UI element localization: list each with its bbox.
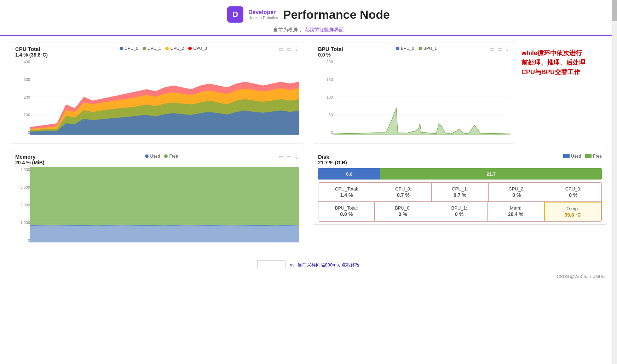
- bpu-zoom-icon[interactable]: ▭: [490, 46, 495, 52]
- mem-download-icon[interactable]: ⇓: [294, 154, 299, 160]
- mem-used-label: Used: [150, 154, 160, 159]
- stat-mem: Mem: 20.4 %: [488, 202, 544, 221]
- scrollbar-track[interactable]: [612, 0, 617, 364]
- bpu-title-block: BPU Total 0.0 %: [318, 46, 343, 58]
- stat-cpu3-label: CPU_3:: [565, 186, 582, 192]
- bpu-panel-icons[interactable]: ▭ ▭ ⇓: [490, 46, 510, 52]
- cpu-yaxis: 400 300 200 100 0: [15, 59, 30, 140]
- cpu-y0: 0: [15, 130, 30, 135]
- svg-rect-13: [30, 167, 299, 225]
- brand-sub: Horizon Robotics: [248, 16, 278, 20]
- cpu-legend: CPU_0 CPU_1 CPU_2 CPU_3: [120, 46, 207, 51]
- mem-y1: 1,000: [15, 221, 30, 225]
- stat-cpu0-label: CPU_0:: [395, 186, 411, 192]
- subtitle-link[interactable]: 点我前往竖屏界面: [304, 27, 344, 33]
- stat-mem-val: 20.4 %: [490, 211, 541, 217]
- cpu-title-block: CPU Total 1.4 % (39.8°C): [15, 46, 48, 58]
- stat-bpu0: BPU_0: 0 %: [375, 202, 431, 221]
- disk-title-block: Disk 21.7 % (GiB): [318, 154, 347, 165]
- cpu1-legend-label: CPU_1: [148, 46, 161, 51]
- cpu1-legend: CPU_1: [143, 46, 161, 51]
- bpu-y1: 50: [318, 113, 333, 117]
- annotation-block: while循环中依次进行 前处理、推理、后处理 CPU与BPU交替工作: [515, 42, 607, 143]
- stat-cpu3-val: 0 %: [548, 192, 599, 198]
- stat-bpu-total: BPU_Total: 0.0 %: [318, 202, 375, 221]
- logo-icon: D: [227, 6, 243, 23]
- interval-link[interactable]: 当前采样间隔800ms, 点我修改: [298, 262, 360, 268]
- cpu1-legend-dot: [143, 47, 146, 50]
- stat-bpu-total-val: 0.0 %: [321, 211, 371, 217]
- stat-cpu1-label: CPU_1:: [452, 186, 468, 192]
- stat-row-2: BPU_Total: 0.0 % BPU_0: 0 % BPU_1: 0 % M…: [318, 202, 601, 221]
- cpu3-legend-label: CPU_3: [193, 46, 207, 51]
- disk-used-legend: Used: [563, 154, 581, 159]
- stat-mem-label: Mem:: [510, 205, 521, 211]
- memory-panel-icons[interactable]: ▭ ▭ ⇓: [279, 154, 299, 160]
- bpu1-label: BPU_1: [423, 46, 437, 51]
- bpu-chart-body: [333, 59, 510, 135]
- stat-cpu0-val: 0.7 %: [378, 192, 428, 198]
- mem-zoom-icon[interactable]: ▭: [279, 154, 284, 160]
- cpu-zoom-icon[interactable]: ▭: [279, 46, 284, 52]
- disk-panel: Disk 21.7 % (GiB) Used Free 6.0: [313, 150, 607, 225]
- bpu-panel-value: 0.0 %: [318, 52, 343, 58]
- footer-text: CSDN @WuChao_JMUer: [557, 274, 606, 279]
- cpu0-legend-label: CPU_0: [125, 46, 138, 51]
- stat-bpu-total-label: BPU_Total:: [335, 205, 358, 211]
- svg-marker-20: [333, 108, 510, 135]
- scrollbar-thumb[interactable]: [612, 0, 617, 21]
- stat-bpu1: BPU_1: 0 %: [431, 202, 488, 221]
- bpu-chart-area: 200 150 100 50 0: [318, 59, 510, 140]
- bpu0-dot: [396, 47, 399, 50]
- disk-panel-title: Disk: [318, 154, 347, 160]
- memory-legend: Used Free: [145, 154, 178, 159]
- subtitle-bar: 当前为横屏， 点我前往竖屏界面: [0, 25, 617, 36]
- disk-bar-used: 6.0: [318, 168, 380, 180]
- disk-used-label: Used: [571, 154, 581, 159]
- cpu-panel-icons[interactable]: ▭ ▭ ⇓: [279, 46, 299, 52]
- cpu-panel-value: 1.4 % (39.8°C): [15, 52, 48, 58]
- bpu-download-icon[interactable]: ⇓: [505, 46, 510, 52]
- disk-panel-header: Disk 21.7 % (GiB) Used Free: [318, 154, 602, 165]
- stat-cpu0: CPU_0: 0.7 %: [375, 183, 432, 202]
- mem-used-legend: Used: [145, 154, 160, 159]
- memory-panel-header: Memory 20.4 % (MiB) Used Free ▭ ▭: [15, 154, 299, 165]
- stat-cpu-total-val: 1.4 %: [321, 192, 372, 198]
- subtitle-text: 当前为横屏，: [273, 27, 303, 33]
- memory-chart-area: 4,000 3,000 2,000 1,000 0: [15, 167, 299, 248]
- cpu-expand-icon[interactable]: ▭: [287, 46, 292, 52]
- memory-panel-value: 20.4 % (MiB): [15, 160, 44, 165]
- bpu-panel: BPU Total 0.0 % BPU_0 BPU_1: [313, 42, 515, 143]
- stat-cpu1: CPU_1: 0.7 %: [432, 183, 488, 202]
- cpu2-legend: CPU_2: [165, 46, 184, 51]
- cpu2-legend-label: CPU_2: [170, 46, 184, 51]
- bpu-expand-icon[interactable]: ▭: [497, 46, 502, 52]
- cpu-download-icon[interactable]: ⇓: [294, 46, 299, 52]
- bpu-annotation-row: BPU Total 0.0 % BPU_0 BPU_1: [313, 42, 607, 143]
- stat-cpu2-val: 0 %: [491, 192, 542, 198]
- mem-used-dot: [145, 154, 149, 158]
- cpu-chart-svg: [30, 59, 299, 135]
- memory-yaxis: 4,000 3,000 2,000 1,000 0: [15, 167, 30, 248]
- mem-free-label: Free: [169, 154, 178, 159]
- page-title: Performance Node: [283, 8, 390, 22]
- brand-name: Developer: [248, 9, 278, 16]
- interval-input[interactable]: [257, 260, 286, 269]
- stat-temp-label: Temp:: [566, 206, 579, 211]
- mem-free-legend: Free: [164, 154, 178, 159]
- disk-used-swatch: [563, 154, 570, 158]
- disk-free-swatch: [585, 154, 592, 158]
- mem-y3: 3,000: [15, 185, 30, 189]
- cpu-y1: 100: [15, 113, 30, 117]
- stat-cpu3: CPU_3: 0 %: [545, 183, 601, 202]
- annotation-line3: CPU与BPU交替工作: [521, 67, 607, 77]
- left-column: CPU Total 1.4 % (39.8°C) CPU_0 CPU_1 CPU…: [10, 42, 304, 251]
- stat-bpu1-val: 0 %: [434, 211, 484, 217]
- mem-expand-icon[interactable]: ▭: [287, 154, 292, 160]
- cpu3-legend: CPU_3: [188, 46, 207, 51]
- bpu-panel-header: BPU Total 0.0 % BPU_0 BPU_1: [318, 46, 510, 58]
- interval-unit: ms: [288, 262, 294, 268]
- right-column: BPU Total 0.0 % BPU_0 BPU_1: [304, 42, 607, 251]
- bpu-y2: 100: [318, 95, 333, 99]
- bpu-y0: 0: [318, 130, 333, 135]
